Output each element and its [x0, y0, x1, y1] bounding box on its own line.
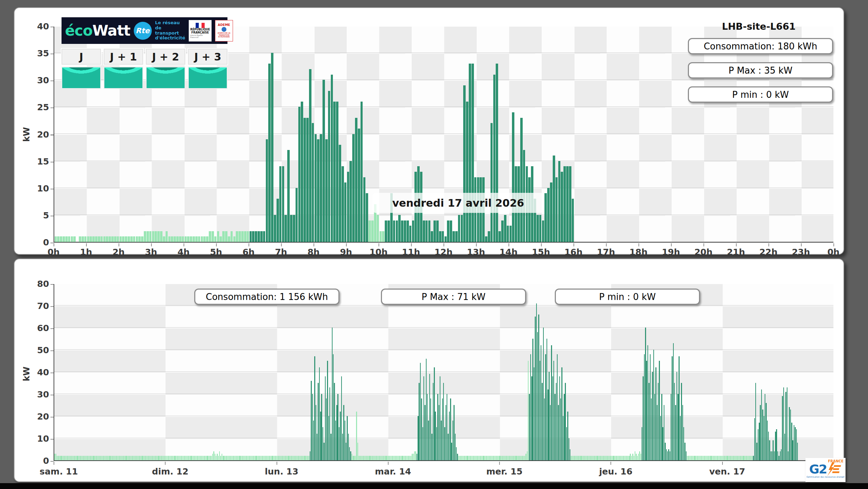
weekly-bar [263, 456, 264, 460]
weekly-bar [689, 456, 690, 460]
weekly-bar [638, 454, 639, 460]
daily-bar [407, 220, 409, 242]
weekly-bar [189, 456, 190, 460]
weekly-bar [318, 383, 318, 460]
rte-tagline: Le réseau de transport d'électricité [155, 20, 185, 41]
weekly-bar [242, 456, 243, 460]
weekly-bar [603, 456, 604, 460]
weekly-bar [696, 456, 697, 460]
weekly-bar [417, 454, 417, 460]
daily-bar [450, 220, 452, 242]
weekly-bar [564, 394, 564, 460]
weekly-bar [767, 421, 768, 460]
tab-day-j2[interactable]: J + 2 [146, 49, 185, 65]
daily-bar [95, 236, 97, 242]
daily-bar [84, 236, 87, 242]
weekly-bar [202, 456, 203, 460]
weekly-bar [381, 456, 381, 460]
weekly-bar [133, 456, 134, 460]
x-axis-tick-label: 23h [785, 247, 816, 257]
weekly-bar [147, 456, 148, 460]
weekly-bar [673, 343, 674, 460]
daily-bar [550, 182, 552, 242]
weekly-bar [699, 456, 699, 460]
rf-line2: FRANÇAISE [192, 31, 209, 34]
weekly-bar [140, 456, 141, 460]
weekly-bar [248, 456, 249, 460]
weekly-bar [446, 405, 446, 460]
y-axis-tick-label-weekly: 50 [24, 345, 49, 355]
weekly-bar [264, 456, 265, 460]
weekly-bar [63, 456, 63, 460]
weekly-bar [106, 456, 107, 460]
weekly-bar [275, 456, 276, 460]
weekly-bar [592, 456, 592, 460]
site-title: LHB-site-L661 [688, 21, 830, 32]
ecowatt-gauge-j2 [146, 67, 185, 89]
x-axis-tick-label: 0h [818, 247, 849, 257]
daily-bar [439, 231, 441, 242]
weekly-bar [493, 456, 494, 460]
weekly-bar [732, 456, 733, 460]
weekly-bar [584, 456, 584, 460]
tab-day-j3[interactable]: J + 3 [188, 49, 227, 65]
weekly-bar [292, 456, 293, 460]
weekly-bar [781, 449, 782, 460]
weekly-bar [414, 451, 415, 460]
y-axis-tick-label-weekly: 20 [24, 412, 49, 422]
weekly-bar [595, 456, 596, 460]
daily-bar [187, 236, 189, 242]
weekly-bar [85, 456, 85, 460]
weekly-bar [282, 456, 282, 460]
daily-bar [447, 220, 449, 242]
daily-bar [157, 231, 160, 242]
weekly-bar [249, 456, 250, 460]
weekly-bar [410, 456, 410, 460]
weekly-bar [160, 456, 161, 460]
tab-day-j[interactable]: J [62, 49, 101, 65]
weekly-bar [703, 456, 704, 460]
weekly-bar [462, 456, 463, 460]
ecowatt-logo: écoWatt Rte Le réseau de transport d'éle… [62, 17, 227, 44]
weekly-bar [76, 456, 77, 460]
weekly-bar [215, 454, 215, 460]
date-overlay: vendredi 17 avril 2026 [372, 193, 544, 213]
daily-bar [512, 112, 514, 242]
weekly-bar [525, 454, 526, 460]
weekly-bar [254, 456, 255, 460]
weekly-bar [384, 456, 385, 460]
weekly-bar [684, 443, 685, 460]
weekly-bar [536, 303, 537, 460]
weekly-bar [542, 383, 542, 460]
daily-bar [325, 139, 328, 242]
weekly-bar [717, 456, 718, 460]
weekly-bar [759, 423, 759, 460]
daily-bar [556, 177, 558, 242]
daily-bar [193, 236, 195, 242]
weekly-bar [350, 451, 351, 460]
daily-bar [73, 236, 76, 242]
weekly-bar [487, 456, 488, 460]
weekly-bar [622, 456, 623, 460]
weekly-bar [124, 456, 125, 460]
weekly-bar [154, 456, 155, 460]
weekly-bar [637, 456, 638, 460]
daily-bar [166, 231, 168, 242]
weekly-bar [329, 387, 330, 460]
weekly-bar [467, 456, 468, 460]
weekly-bar [108, 456, 109, 460]
weekly-bar [543, 328, 544, 460]
daily-bar [287, 150, 290, 242]
tab-day-j1[interactable]: J + 1 [104, 49, 143, 65]
weekly-bar [720, 456, 721, 460]
weekly-bar [617, 456, 618, 460]
weekly-bar [548, 389, 548, 460]
weekly-bar [238, 456, 239, 460]
daily-bar [349, 161, 352, 242]
weekly-bar [333, 354, 334, 460]
weekly-bar [505, 456, 505, 460]
weekly-bar [152, 456, 152, 460]
weekly-bar [332, 328, 333, 460]
weekly-bar [528, 361, 529, 460]
weekly-bar [630, 454, 631, 460]
